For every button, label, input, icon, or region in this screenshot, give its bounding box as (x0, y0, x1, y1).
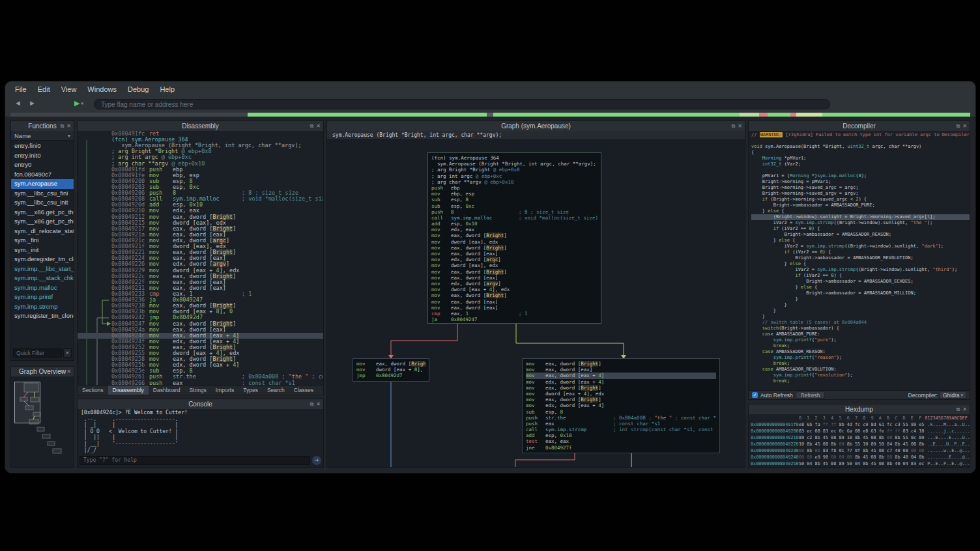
close-icon[interactable]: ✕ (316, 401, 321, 407)
disasm-line[interactable]: testeax, eax (526, 438, 716, 444)
disasm-line[interactable]: 0x0804920daddesp, 0x10 (78, 202, 323, 208)
decompiler-line[interactable]: Morning *pMVar1; (751, 156, 970, 162)
disasm-line[interactable]: 0x08049229movdword [eax + 4], edx (78, 268, 323, 274)
disasm-line[interactable]: 0x0804924amoveax, dword [eax] (78, 327, 323, 333)
function-item[interactable]: sym._init (11, 246, 74, 255)
disasm-line[interactable]: addesp, 0x10 (431, 221, 598, 227)
menu-debug[interactable]: Debug (128, 85, 149, 93)
decompiler-line[interactable]: if (Bright->morning->saved_argc < 2) { (751, 197, 970, 203)
function-item[interactable]: sym.Aeropause (11, 179, 74, 189)
disasm-line[interactable]: 0x08049200subesp, 8 (78, 178, 323, 184)
disasm-line[interactable]: 0x080491femovebp, esp (78, 173, 323, 178)
disasm-line[interactable]: sym.Aeropause (Bright *Bright, int argc,… (431, 161, 598, 167)
disasm-line[interactable]: 0x08049233cmpeax, 1; 1 (78, 291, 323, 297)
decompiler-line[interactable]: (Bright->window).sunlight = Bright->morn… (751, 214, 970, 220)
decompiler-line[interactable]: break; (751, 343, 970, 349)
decompiler-line[interactable]: Bright->morning->saved_argc = argc; (751, 185, 970, 191)
minimap-viewport[interactable] (14, 382, 40, 423)
undock-icon[interactable]: ⧉ (310, 401, 314, 408)
decompiler-line[interactable]: break; (751, 361, 970, 367)
decompiler-line[interactable]: } (751, 302, 970, 308)
decompiler-line[interactable]: sym.imp.printf("reason"); (751, 355, 970, 361)
disasm-line[interactable]: moveax, dword [eax] (431, 305, 598, 311)
disasm-line[interactable]: movdword [eax + 8], 0 (356, 367, 425, 373)
function-item[interactable]: sym.imp.__libc_start_main (11, 264, 74, 274)
disasm-line[interactable]: 0x08049255movdword [eax + 4], edx (78, 350, 323, 356)
close-icon[interactable]: ✕ (316, 123, 321, 129)
disasm-line[interactable]: 0x08049210movedx, eax (78, 208, 323, 214)
decompiler-line[interactable]: case AMBASSADOR_REVOLUTION: (751, 367, 970, 373)
tab-imports[interactable]: Imports (211, 386, 238, 395)
disasm-line[interactable]: addesp, 0x10 (526, 432, 716, 438)
menu-windows[interactable]: Windows (87, 85, 117, 93)
graph-overview-minimap[interactable] (11, 376, 74, 467)
disasm-line[interactable]: moveax, dword [Bright] (356, 361, 425, 367)
disasm-line[interactable]: movebp, esp (431, 191, 598, 197)
disasm-line[interactable]: ; arg int argc @ ebp+0xc (78, 154, 323, 160)
decompiler-line[interactable]: iVar2 = sym.imp.strcmp((Bright->window).… (751, 267, 970, 273)
decompiler-line[interactable]: if (iVar2 == 0) { (751, 273, 970, 279)
decompiler-line[interactable]: iVar2 = sym.imp.strcmp((Bright->window).… (751, 244, 970, 249)
undock-icon[interactable]: ⧉ (957, 123, 960, 130)
decompiler-line[interactable]: Bright->ambassador = AMBASSADOR_PURE; (751, 203, 970, 208)
disasm-line[interactable]: 0x08049206push8; 8 ; size_t size (78, 190, 323, 196)
disasm-line[interactable]: (fcn) sym.Aeropause 364 (431, 155, 598, 161)
graph-node-case_high[interactable]: moveax, dword [Bright]moveax, dword [eax… (522, 358, 720, 453)
disasm-line[interactable]: 0x0804924cmoveax, dword [eax + 4] (78, 333, 323, 339)
function-item[interactable]: sym.__libc_csu_init (11, 198, 74, 208)
disasm-line[interactable]: moveax, dword [eax + 4] (526, 373, 716, 378)
hexdump-row[interactable]: 0x000000000804922010 8b 45 08 8b 00 8b 5… (751, 441, 970, 447)
disasm-line[interactable]: 0x080491fcret (78, 131, 323, 137)
disasm-line[interactable]: movedx, dword [argv] (431, 281, 598, 287)
undock-icon[interactable]: ⧉ (310, 123, 314, 130)
disasm-line[interactable]: 0x08049212moveax, dword [Bright] (78, 214, 323, 220)
disasm-line[interactable]: moveax, dword [Bright] (526, 397, 716, 403)
decompiler-line[interactable]: } else { (751, 261, 970, 267)
function-item[interactable]: sym.imp.printf (11, 292, 74, 302)
decompiler-line[interactable]: pMVar1 = (Morning *)sym.imp.malloc(8); (751, 173, 970, 179)
disasm-line[interactable]: moveax, dword [eax] (431, 251, 598, 257)
undock-icon[interactable]: ⧉ (732, 123, 736, 130)
disasm-line[interactable]: 0x08049238moveax, dword [Bright] (78, 303, 323, 309)
disasm-line[interactable]: 0x08049215movdword [eax], edx (78, 220, 323, 226)
disasm-line[interactable]: moveax, dword [eax] (431, 275, 598, 281)
refresh-button[interactable]: Refresh (796, 391, 826, 399)
decompiler-line[interactable]: void sym.Aeropause(Bright *Bright, uint3… (751, 144, 970, 150)
disasm-line[interactable]: moveax, dword [Bright] (526, 361, 716, 367)
disasm-line[interactable]: moveax, dword [Bright] (431, 269, 598, 275)
disasm-line[interactable]: ; arg Bright *Bright @ ebp+0x8 (431, 167, 598, 173)
disasm-line[interactable]: movedx, dword [argc] (431, 257, 598, 262)
decompiler-line[interactable]: sym.imp.printf("revolution"); (751, 373, 970, 378)
back-icon[interactable]: ◄ (14, 99, 22, 107)
function-item[interactable]: sym.deregister_tm_clones (11, 255, 74, 264)
disasm-line[interactable]: 0x0804924fmovedx, dword [eax + 4] (78, 339, 323, 345)
disasm-line[interactable]: 0x08049217moveax, dword [Bright] (78, 226, 323, 232)
disasm-line[interactable]: 0x0804922cmoveax, dword [Bright] (78, 274, 323, 279)
disasm-line[interactable]: movdword [eax], edx (431, 262, 598, 268)
quick-filter-input[interactable] (13, 348, 62, 358)
close-icon[interactable]: ✕ (66, 369, 71, 374)
disasm-line[interactable]: 0x0804925bmovedx, dword [eax + 4] (78, 362, 323, 368)
close-icon[interactable]: ✕ (962, 406, 967, 412)
decompiler-line[interactable]: { (751, 150, 970, 156)
function-item[interactable]: sym.imp.__stack_chk_fail (11, 274, 74, 283)
console-input[interactable] (79, 456, 310, 465)
disasm-line[interactable]: ja0x8049247 (431, 317, 598, 322)
disasm-line[interactable]: ; arg int argc @ ebp+0xc (431, 173, 598, 179)
tab-classes[interactable]: Classes (289, 386, 318, 395)
decompiler-line[interactable]: int32_t iVar2; (751, 162, 970, 167)
function-item[interactable]: sym._dl_relocate_static_pie (11, 227, 74, 236)
close-icon[interactable]: ✕ (738, 123, 742, 129)
hexdump-row[interactable]: 0x000000000804920083 ec 08 83 ec 0c 6a 0… (751, 428, 970, 434)
decompiler-line[interactable]: } else { (751, 208, 970, 214)
function-item[interactable]: entry.init0 (11, 151, 74, 161)
decompiler-line[interactable] (751, 138, 970, 144)
disasm-line[interactable]: ; arg Bright *Bright @ ebp+0x8 (78, 148, 323, 154)
disasm-line[interactable]: callsym.imp.strcmp; int strcmp(const cha… (526, 427, 716, 432)
disasm-line[interactable]: subesp, 8 (431, 197, 598, 203)
disasm-line[interactable]: 0x08049266pusheax; const char *s1 (78, 380, 323, 385)
console-send-button[interactable]: ➜ (312, 456, 321, 465)
disasm-line[interactable]: jmp0x80492d7 (356, 373, 425, 378)
graph-node-entry[interactable]: (fcn) sym.Aeropause 364 sym.Aeropause (B… (427, 152, 601, 324)
disasm-line[interactable]: cmpeax, 1; 1 (431, 311, 598, 317)
